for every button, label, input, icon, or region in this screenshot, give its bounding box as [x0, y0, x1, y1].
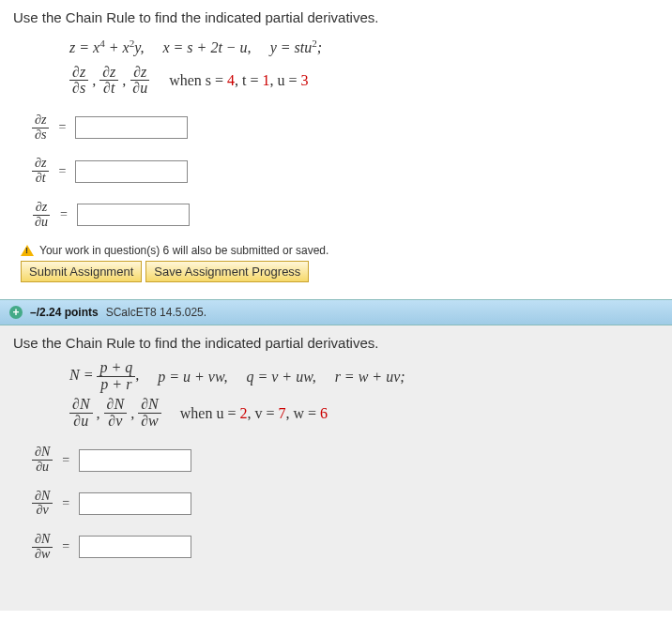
q2-answers: ∂N∂u = ∂N∂v = ∂N∂w = [32, 446, 659, 561]
q1-math: z = x4 + x2y, x = s + 2t − u, y = stu2; … [69, 35, 659, 97]
q2-eq-q: q = v + uw, [246, 364, 315, 389]
q1-input-dzds[interactable] [75, 116, 188, 139]
q1-answer-row-2: ∂z∂t = [32, 157, 659, 185]
q1-eq-z: z = x4 + x2y, [69, 35, 144, 61]
q2-when: when u = 2, v = 7, w = 6 [180, 401, 328, 426]
q2-eq-p: p = u + vw, [158, 364, 227, 389]
q2-math: N = p + qp + r, p = u + vw, q = v + uw, … [69, 360, 659, 429]
button-row: Submit Assignment Save Assignment Progre… [21, 261, 659, 282]
q2-input-dNdw[interactable] [79, 536, 191, 558]
q2-partials: ∂N∂u, ∂N∂v, ∂N∂w [69, 397, 161, 430]
q1-answer-row-3: ∂z∂u = [32, 201, 659, 229]
q2-input-dNdv[interactable] [79, 492, 191, 515]
q2-answer-row-2: ∂N∂v = [32, 490, 659, 518]
q2-prompt: Use the Chain Rule to find the indicated… [13, 335, 659, 351]
q2-eq-N: N = p + qp + r, [69, 360, 139, 393]
q1-prompt: Use the Chain Rule to find the indicated… [13, 9, 659, 25]
q2-points: –/2.24 points [30, 306, 99, 319]
q1-input-dzdu[interactable] [77, 204, 190, 226]
question-2: Use the Chain Rule to find the indicated… [0, 325, 672, 610]
q1-answers: ∂z∂s = ∂z∂t = ∂z∂u = [32, 113, 659, 229]
save-progress-button[interactable]: Save Assignment Progress [145, 261, 309, 282]
warning-icon [21, 245, 34, 256]
q2-eq-r: r = w + uv; [335, 364, 405, 389]
submit-assignment-button[interactable]: Submit Assignment [21, 261, 142, 282]
q1-eq-x: x = s + 2t − u, [162, 35, 251, 60]
q2-source: SCalcET8 14.5.025. [106, 306, 206, 319]
q1-when: when s = 4, t = 1, u = 3 [169, 68, 308, 93]
q1-eq-y: y = stu2; [270, 35, 323, 61]
warning-text: Your work in question(s) 6 will also be … [39, 244, 328, 257]
save-warning: Your work in question(s) 6 will also be … [21, 244, 659, 257]
question-2-header: + –/2.24 points SCalcET8 14.5.025. [0, 299, 672, 325]
q1-partials: ∂z∂s, ∂z∂t, ∂z∂u [69, 65, 150, 98]
q2-answer-row-1: ∂N∂u = [32, 446, 659, 474]
q2-answer-row-3: ∂N∂w = [32, 533, 659, 561]
q1-answer-row-1: ∂z∂s = [32, 113, 659, 142]
question-1: Use the Chain Rule to find the indicated… [0, 0, 672, 299]
expand-icon[interactable]: + [9, 306, 23, 319]
q2-input-dNdu[interactable] [79, 449, 191, 472]
q1-input-dzdt[interactable] [75, 160, 188, 183]
